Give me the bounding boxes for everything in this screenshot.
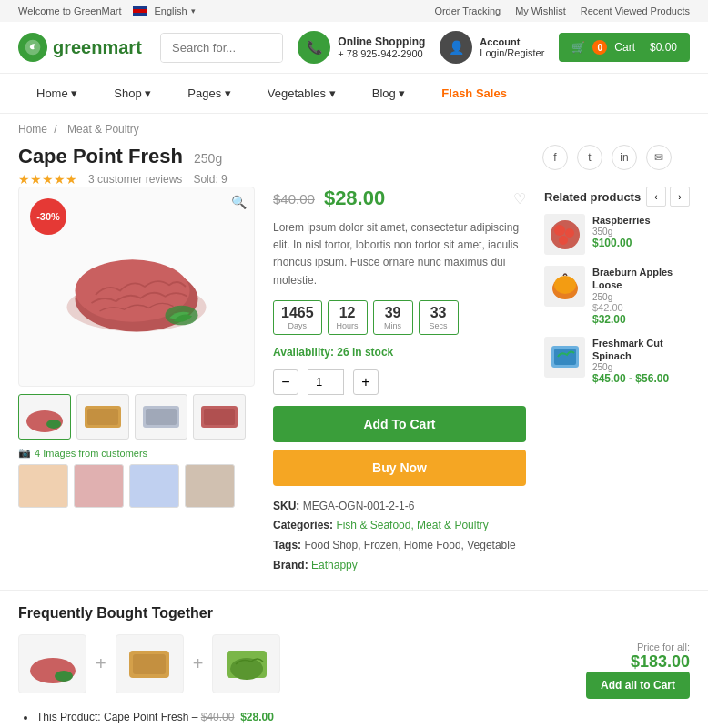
svg-point-14 [554, 225, 565, 236]
product-title-area: Cape Point Fresh 250g ★★★★★ 3 customer r… [0, 145, 708, 187]
availability: Availability: 26 in stock [273, 346, 526, 359]
customer-thumb-1[interactable] [18, 464, 68, 508]
customer-thumb-2[interactable] [74, 464, 124, 508]
discount-badge: -30% [30, 198, 66, 235]
nav-item-flash-sales[interactable]: Flash Sales [423, 74, 525, 113]
main-image-container: -30% 🔍 [18, 187, 255, 387]
add-to-cart-button[interactable]: Add To Cart [273, 406, 526, 442]
product-section: -30% 🔍 [0, 187, 708, 575]
contact-info: Online Shopping + 78 925-942-2900 [338, 35, 425, 59]
buy-now-button[interactable]: Buy Now [273, 450, 526, 486]
product-images: -30% 🔍 [18, 187, 255, 575]
logo-icon [18, 33, 47, 62]
twitter-icon[interactable]: t [577, 145, 602, 170]
related-item-3[interactable]: Freshmark Cut Spinach 250g $45.00 - $56.… [544, 337, 690, 386]
header-contact: 📞 Online Shopping + 78 925-942-2900 [298, 31, 425, 64]
social-share: f t in ✉ [542, 145, 690, 170]
logo[interactable]: greenmart [18, 33, 146, 62]
account-info: Account Login/Register [480, 36, 544, 58]
thumb-2[interactable] [76, 394, 129, 440]
freq-plus-1: + [96, 653, 106, 674]
related-item-1[interactable]: Raspberries 350g $100.00 [544, 214, 690, 255]
language-label: English [155, 5, 187, 16]
star-rating: ★★★★★ [18, 172, 77, 187]
related-info-3: Freshmark Cut Spinach 250g $45.00 - $56.… [592, 337, 690, 386]
nav-item-blog[interactable]: Blog ▾ [354, 74, 424, 113]
related-img-3 [544, 337, 585, 378]
nav-item-home[interactable]: Home ▾ [18, 74, 96, 113]
qty-increase-button[interactable]: + [353, 369, 379, 395]
phone-icon-circle: 📞 [298, 31, 330, 64]
chevron-down-icon: ▾ [191, 6, 196, 15]
breadcrumb-separator: / [54, 123, 60, 136]
related-info-2: Braeburn Apples Loose 250g $42.00 $32.00 [592, 266, 690, 326]
header: greenmart 🔍 📞 Online Shopping + 78 925-9… [0, 22, 708, 74]
add-all-to-cart-button[interactable]: Add all to Cart [586, 672, 690, 699]
recent-viewed-link[interactable]: Recent Viewed Products [581, 5, 690, 16]
search-input[interactable] [161, 34, 283, 62]
facebook-icon[interactable]: f [542, 145, 568, 170]
svg-point-6 [46, 420, 61, 429]
freq-products: + + [18, 634, 280, 693]
sku-row: SKU: MEGA-OGN-001-2-1-6 [273, 497, 526, 517]
countdown-timer: 1465 Days 12 Hours 39 Mins 33 Secs [273, 300, 526, 335]
frequently-bought-section: Frequently Bought Together + + [0, 590, 708, 728]
nav-item-shop[interactable]: Shop ▾ [96, 74, 169, 113]
header-account[interactable]: 👤 Account Login/Register [440, 31, 544, 64]
customer-images-text: 4 Images from customers [35, 448, 147, 459]
price-sale: $28.00 [324, 187, 385, 210]
thumb-1[interactable] [18, 394, 71, 440]
countdown-mins: 39 Mins [373, 300, 413, 335]
freq-plus-2: + [193, 653, 204, 674]
review-count[interactable]: 3 customer reviews [88, 173, 182, 186]
email-icon[interactable]: ✉ [646, 145, 672, 170]
order-tracking-link[interactable]: Order Tracking [434, 5, 501, 16]
account-label: Account [480, 36, 520, 47]
quantity-input[interactable] [308, 369, 344, 395]
customer-thumbnails [18, 464, 255, 508]
top-bar-right: Order Tracking My Wishlist Recent Viewed… [434, 5, 690, 16]
account-icon: 👤 [440, 31, 472, 64]
svg-rect-10 [146, 409, 177, 425]
related-next-button[interactable]: › [670, 187, 690, 207]
product-thumbnails [18, 394, 255, 440]
phone-label: Online Shopping [338, 35, 425, 48]
thumb-4[interactable] [193, 394, 246, 440]
logo-svg [24, 38, 42, 56]
customer-images-link[interactable]: 📷 4 Images from customers [18, 447, 255, 459]
thumb-3[interactable] [135, 394, 187, 440]
cart-badge: 0 [592, 40, 607, 55]
cart-button[interactable]: 🛒 0 Cart $0.00 [559, 33, 690, 62]
language-selector[interactable]: English ▾ [133, 5, 196, 16]
wishlist-button[interactable]: ♡ [513, 190, 526, 207]
customer-thumb-4[interactable] [185, 464, 235, 508]
cart-icon: 🛒 [571, 41, 585, 54]
wishlist-link[interactable]: My Wishlist [515, 5, 566, 16]
related-products-sidebar: Related products ‹ › Raspberries 350g $1… [544, 187, 690, 575]
freq-item-1: This Product: Cape Point Fresh – $40.00 … [36, 706, 690, 728]
nav-item-vegetables[interactable]: Vegetables ▾ [249, 74, 354, 113]
related-item-2[interactable]: Braeburn Apples Loose 250g $42.00 $32.00 [544, 266, 690, 326]
related-info-1: Raspberries 350g $100.00 [592, 214, 651, 249]
product-meta-info: SKU: MEGA-OGN-001-2-1-6 Categories: Fish… [273, 497, 526, 575]
svg-point-13 [551, 220, 580, 249]
flag-icon [133, 6, 147, 16]
freq-product-1 [18, 634, 86, 693]
qty-decrease-button[interactable]: − [273, 369, 298, 395]
breadcrumb-home[interactable]: Home [18, 123, 47, 136]
product-details: $40.00 $28.00 ♡ Lorem ipsum dolor sit am… [273, 187, 526, 575]
price-area: $40.00 $28.00 ♡ [273, 187, 526, 210]
related-prev-button[interactable]: ‹ [646, 187, 666, 207]
freq-product-3 [212, 634, 280, 693]
related-nav: ‹ › [646, 187, 690, 207]
brand-row: Brand: Eathappy [273, 556, 526, 576]
customer-thumb-3[interactable] [129, 464, 179, 508]
svg-point-22 [55, 671, 73, 682]
svg-rect-8 [87, 409, 118, 425]
zoom-icon[interactable]: 🔍 [231, 195, 247, 209]
related-img-2 [544, 266, 585, 307]
linkedin-icon[interactable]: in [612, 145, 637, 170]
nav-item-pages[interactable]: Pages ▾ [169, 74, 248, 113]
tags-row: Tags: Food Shop, Frozen, Home Food, Vege… [273, 536, 526, 556]
cart-label: Cart [614, 41, 635, 54]
